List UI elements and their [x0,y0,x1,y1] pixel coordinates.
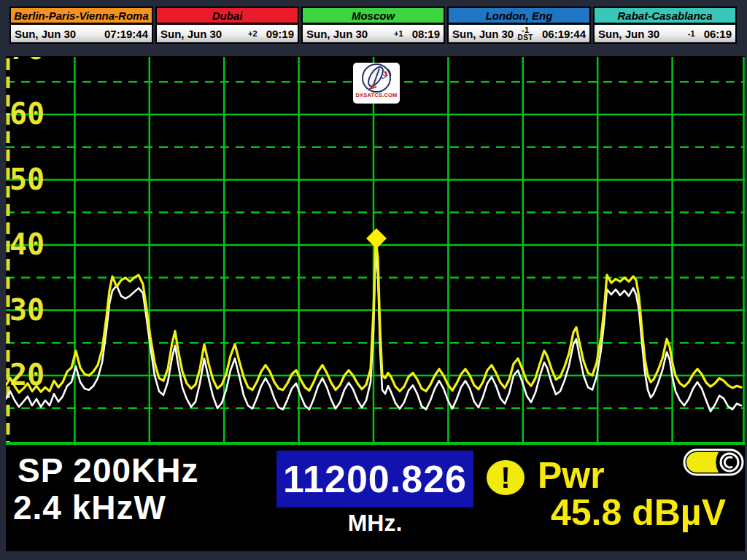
frequency-unit: MHz. [276,510,473,537]
clock-time-row: Sun, Jun 30-1DST06:19:44 [447,24,591,44]
clock-time: 08:19 [412,28,440,40]
clock-date: Sun, Jun 30 [598,28,659,40]
clock-utc-offset: -1DST [517,26,533,42]
clock-time-row: Sun, Jun 30+108:19 [301,24,445,44]
y-axis-tick-label: 60 [9,97,44,131]
world-clock-bar: Berlin-Paris-Vienna-RomaSun, Jun 3007:19… [9,7,737,47]
clock-date: Sun, Jun 30 [306,28,368,40]
clock-time-row: Sun, Jun 3007:19:44 [9,24,153,44]
bandwidth-readout: 2.4 kHzW [13,488,166,527]
clock-time: 09:19 [266,28,294,40]
clock-cell: DubaiSun, Jun 30+209:19 [155,7,299,47]
clock-date: Sun, Jun 30 [15,28,76,40]
clock-date: Sun, Jun 30 [160,28,222,40]
span-readout: SP 200KHz [18,451,199,490]
clock-city-label: Dubai [155,7,299,24]
clock-time: 06:19:44 [542,28,586,40]
clock-city-label: Berlin-Paris-Vienna-Roma [9,7,153,24]
power-value: 45.8 dBµV [551,491,726,534]
clock-date: Sun, Jun 30 [452,28,514,40]
battery-indicator [683,448,744,476]
y-axis-tick-label: 30 [9,293,44,327]
alert-icon: ! [487,460,525,495]
power-label: Pwr [538,454,605,497]
logo-text: DXSATCS.COM [355,92,397,98]
clock-time-row: Sun, Jun 30+209:19 [155,24,299,44]
frequency-value: 11200.826 [283,457,467,501]
clock-time: 06:19 [704,28,732,40]
satmeter-frame: Berlin-Paris-Vienna-RomaSun, Jun 3007:19… [0,0,747,560]
spectrum-chart[interactable]: 203040506070 [6,57,745,446]
satellite-dish-icon [357,63,395,93]
clock-cell: MoscowSun, Jun 30+108:19 [301,7,445,47]
clock-cell: London, EngSun, Jun 30-1DST06:19:44 [447,7,591,47]
clock-city-label: London, Eng [447,7,591,24]
y-axis-tick-label: 70 [9,57,44,66]
y-axis-tick-label: 40 [9,228,44,261]
frequency-display[interactable]: 11200.826 [276,451,473,508]
y-axis-tick-label: 50 [9,163,44,196]
analyzer-screen: 203040506070 DXSATCS.COM SP 200KHz 2.4 k… [6,56,745,551]
clock-cell: Rabat-CasablancaSun, Jun 30-106:19 [593,7,737,47]
clock-utc-offset: -1 [688,30,695,38]
clock-time: 07:19:44 [104,28,148,40]
clock-cell: Berlin-Paris-Vienna-RomaSun, Jun 3007:19… [9,7,153,47]
dxsatcs-logo: DXSATCS.COM [353,63,400,104]
clock-city-label: Moscow [301,7,445,24]
clock-utc-offset: +1 [394,30,403,38]
clock-time-row: Sun, Jun 30-106:19 [593,24,737,44]
clock-utc-offset: +2 [248,30,258,38]
clock-city-label: Rabat-Casablanca [593,7,737,24]
